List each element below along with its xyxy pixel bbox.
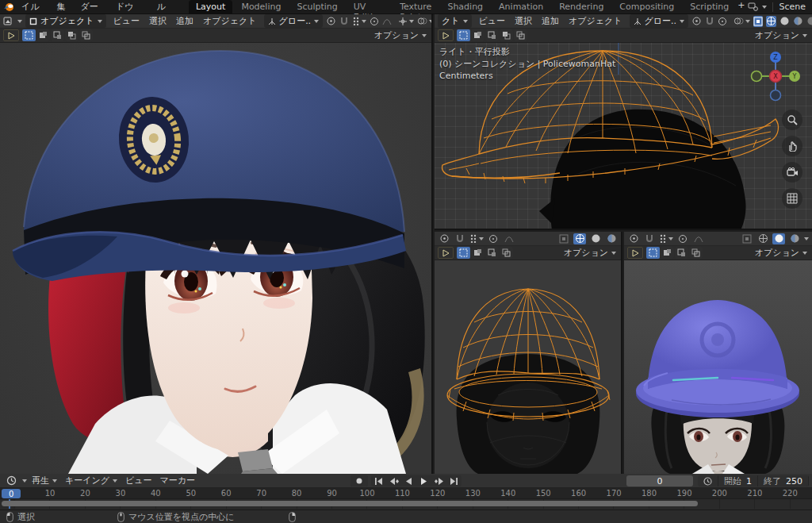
overlays-dropdown[interactable] [733,17,750,25]
timeline-menu-play[interactable]: 再生 [32,475,57,486]
jump-to-start-button[interactable] [371,475,386,486]
viewport-menu[interactable]: 追加 [538,15,563,27]
options-dropdown[interactable]: オプション [564,247,618,259]
workspace-tab[interactable]: Shading [440,0,490,14]
snap-dropdown[interactable] [352,17,366,25]
viewport-menu[interactable]: 追加 [172,15,197,27]
proportional-edit-icon[interactable] [370,16,379,27]
viewport-menu[interactable]: 選択 [511,15,536,27]
timeline-menu-keying[interactable]: キーイング [65,475,117,486]
select-extend-button[interactable] [471,247,485,259]
select-extend-button[interactable] [36,29,50,41]
shading-solid-icon[interactable] [779,16,790,27]
select-box-new-button[interactable] [22,29,36,41]
falloff-icon[interactable] [692,233,705,244]
pan-hand-icon[interactable] [782,136,802,156]
snap-magnet-icon[interactable] [643,233,656,244]
pivot-point-icon[interactable] [627,233,640,244]
timeline-ruler[interactable]: 0 10203040506070809010011012013014015016… [0,488,812,499]
falloff-icon[interactable] [382,16,392,27]
chevron-down-icon[interactable] [17,20,22,23]
active-tool-button[interactable] [627,247,643,259]
viewport-front-solid-canvas[interactable] [624,260,812,474]
xray-toggle-icon[interactable] [741,233,753,244]
add-workspace-button[interactable]: + [737,0,745,14]
camera-view-icon[interactable] [782,162,802,183]
end-frame-field[interactable]: 終了250 [758,475,809,486]
timeline-track-area[interactable] [0,499,812,509]
options-dropdown[interactable]: オプション [755,29,809,41]
timeline-menu-marker[interactable]: マーカー [160,475,196,486]
select-invert-button[interactable] [500,29,513,41]
playhead-current-frame[interactable]: 0 [2,489,21,498]
pivot-point-icon[interactable] [691,16,702,27]
timeline-menu-view[interactable]: ビュー [125,475,152,486]
shading-wireframe-icon[interactable] [766,16,776,27]
pivot-point-icon[interactable] [326,16,336,27]
start-frame-field[interactable]: 開始1 [718,475,758,486]
select-box-new-button[interactable] [457,29,470,41]
chevron-down-icon[interactable] [22,479,27,483]
options-dropdown[interactable]: オプション [374,29,428,41]
select-subtract-button[interactable] [485,247,499,259]
shading-wireframe-icon[interactable] [756,233,769,244]
workspace-tab[interactable]: Scripting [683,0,736,14]
select-intersect-button[interactable] [514,29,527,41]
editor-type-icon[interactable] [3,16,14,27]
viewport-menu[interactable]: 選択 [145,15,170,27]
current-frame-field[interactable]: 0 [626,475,693,486]
shading-material-icon[interactable] [793,16,803,27]
scene-selector[interactable]: Scene [746,2,809,13]
viewport-menu[interactable]: ビュー [109,15,144,27]
mode-dropdown[interactable]: オブジェクト [25,14,106,28]
falloff-icon[interactable] [503,233,515,244]
options-dropdown[interactable]: オプション [755,247,809,259]
select-subtract-button[interactable] [485,29,499,41]
select-extend-button[interactable] [471,29,485,41]
workspace-tab[interactable]: Animation [492,0,550,14]
xray-toggle-icon[interactable] [557,233,570,244]
active-tool-button[interactable] [3,29,19,41]
jump-to-end-button[interactable] [446,475,462,486]
zoom-icon[interactable] [782,110,802,130]
navigation-gizmo[interactable]: Z Y X [747,48,804,105]
snap-dropdown[interactable] [659,234,673,243]
proportional-edit-icon[interactable] [676,233,689,244]
workspace-tab[interactable]: UV Editing [347,0,391,14]
viewport-menu[interactable]: ビュー [475,15,510,27]
play-button[interactable] [416,475,431,486]
workspace-tab[interactable]: Rendering [552,0,611,14]
select-box-new-button[interactable] [646,247,660,259]
use-preview-range-icon[interactable] [698,475,718,486]
chevron-down-icon[interactable] [804,237,809,240]
viewport-menu[interactable]: オブジェクト [199,15,261,27]
orientation-dropdown[interactable]: グロー.. [630,14,689,28]
active-tool-button[interactable] [438,29,454,41]
shading-solid-icon[interactable] [772,233,785,244]
viewport-menu[interactable]: オブジェクト [565,15,626,27]
xray-toggle-icon[interactable] [753,16,763,27]
orientation-dropdown[interactable]: グロー.. [264,14,324,28]
snap-magnet-icon[interactable] [339,16,349,27]
select-subtract-button[interactable] [675,247,688,259]
play-reverse-button[interactable] [401,475,416,486]
select-subtract-button[interactable] [51,29,64,41]
record-button[interactable] [350,475,368,486]
select-extend-button[interactable] [661,247,674,259]
snap-magnet-icon[interactable] [705,16,714,27]
shading-wireframe-icon[interactable] [573,233,586,244]
active-tool-button[interactable] [438,247,454,259]
proportional-edit-icon[interactable] [487,233,500,244]
workspace-tab[interactable]: Sculpting [289,0,344,14]
select-invert-button[interactable] [65,29,79,41]
select-box-new-button[interactable] [457,247,470,259]
select-intersect-button[interactable] [689,247,703,259]
select-intersect-button[interactable] [500,247,513,259]
overlays-dropdown[interactable] [417,17,431,25]
shading-rendered-icon[interactable] [806,16,812,27]
blender-logo-icon[interactable] [3,2,14,13]
viewport-front-wire-canvas[interactable] [435,260,621,474]
snap-magnet-icon[interactable] [454,233,466,244]
pivot-point-icon[interactable] [438,233,450,244]
mode-dropdown-truncated[interactable]: クト [438,14,472,28]
